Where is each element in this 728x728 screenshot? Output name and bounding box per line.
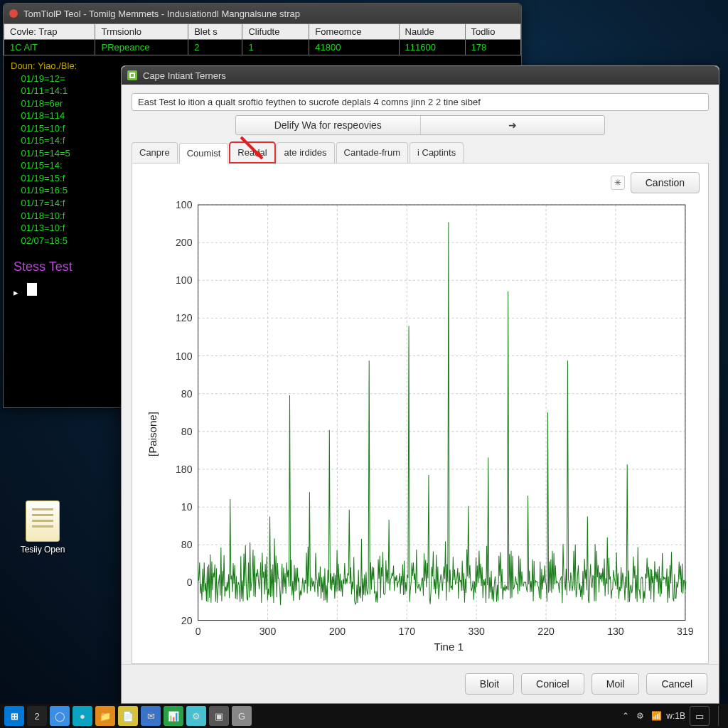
chart-panel: ✳ Canstion 10020010012010080801801080020…	[132, 164, 709, 664]
table-header-row: Covle: Trap Trmsionlo Blet s Clifudte Fo…	[4, 24, 521, 40]
notifications-icon[interactable]: ▭	[690, 706, 710, 726]
bloit-button[interactable]: Bloit	[465, 673, 514, 695]
taskbar-app[interactable]: ▣	[209, 706, 229, 726]
tray-icon[interactable]: 📶	[651, 711, 662, 721]
svg-text:120: 120	[176, 313, 193, 324]
conicel-button[interactable]: Conicel	[521, 673, 584, 695]
tab-coumist[interactable]: Coumist	[179, 143, 229, 164]
svg-text:10: 10	[181, 501, 193, 513]
chart-options-icon[interactable]: ✳	[611, 176, 625, 190]
show-desktop[interactable]	[718, 706, 724, 726]
svg-text:100: 100	[176, 274, 193, 286]
taskbar-app[interactable]: 📁	[95, 706, 115, 726]
svg-text:0: 0	[187, 577, 193, 589]
mode-combo[interactable]: Delify Wa for respeovies ➜	[235, 115, 605, 135]
taskbar-app[interactable]: ◯	[50, 706, 70, 726]
desktop-icon[interactable]: Tesiiy Open	[11, 500, 74, 555]
info-text: East Test lo ition a qualt sroftio feyth…	[132, 93, 709, 111]
tab-cantade-frum[interactable]: Cantade-frum	[336, 142, 408, 163]
terminal-title-text: TomTiolP Teol - Tomilg Memmets - Indusia…	[23, 9, 300, 19]
taskbar-app[interactable]: 📄	[118, 706, 138, 726]
svg-text:170: 170	[399, 626, 416, 637]
taskbar-app[interactable]: 📊	[164, 706, 183, 726]
dialog-window: Cape Intiant Terners East Test lo ition …	[121, 65, 719, 704]
col-h[interactable]: Trmsionlo	[95, 24, 188, 40]
taskbar-app[interactable]: G	[232, 706, 252, 726]
col-h[interactable]: Blet s	[188, 24, 242, 40]
dialog-title-text: Cape Intiant Terners	[143, 70, 226, 81]
system-tray[interactable]: ⌃⚙📶	[622, 711, 662, 721]
col-h[interactable]: Clifudte	[242, 24, 309, 40]
tab-i-captints[interactable]: i Captints	[410, 142, 464, 163]
desktop-icon-label: Tesiiy Open	[21, 545, 65, 555]
svg-text:319: 319	[677, 626, 694, 637]
app-icon	[127, 70, 137, 80]
x-axis-label: Tine 1	[434, 641, 464, 653]
svg-text:0: 0	[196, 626, 201, 637]
log-header: Doun: Yiao./Ble:	[11, 60, 77, 71]
col-h[interactable]: Todlio	[465, 24, 520, 40]
dialog-titlebar[interactable]: Cape Intiant Terners	[122, 66, 719, 85]
tray-icon[interactable]: ⚙	[636, 711, 644, 721]
combo-label: Delify Wa for respeovies	[236, 117, 420, 134]
svg-text:20: 20	[181, 615, 193, 626]
document-icon	[26, 500, 60, 542]
terminal-table: Covle: Trap Trmsionlo Blet s Clifudte Fo…	[4, 23, 521, 55]
svg-text:100: 100	[176, 199, 193, 210]
svg-text:180: 180	[176, 464, 193, 475]
svg-text:100: 100	[176, 350, 193, 362]
taskbar-app[interactable]: ✉	[141, 706, 161, 726]
terminal-titlebar[interactable]: TomTiolP Teol - Tomilg Memmets - Indusia…	[4, 4, 521, 23]
svg-text:80: 80	[181, 539, 193, 550]
dialog-button-row: Bloit Conicel Moil Cancel	[122, 664, 719, 703]
y-axis-label: [Paisone]	[146, 412, 159, 456]
tab-readal[interactable]: Readal	[230, 142, 274, 163]
close-icon[interactable]	[9, 9, 18, 18]
taskbar: ⊞2◯●📁📄✉📊⚙▣G ⌃⚙📶 w:1B ▭	[0, 704, 728, 728]
svg-text:220: 220	[537, 626, 555, 637]
cursor-icon	[27, 283, 37, 296]
col-h[interactable]: Naulde	[399, 24, 465, 40]
tab-bar: CanpreCoumistReadalate irdidesCantade-fr…	[132, 142, 709, 164]
svg-text:200: 200	[176, 237, 193, 248]
taskbar-app[interactable]: 2	[27, 706, 47, 726]
taskbar-clock[interactable]: w:1B	[666, 711, 685, 721]
svg-rect-40	[198, 205, 685, 620]
response-chart: 10020010012010080801801080020 0300200170…	[141, 196, 700, 658]
tab-canpre[interactable]: Canpre	[132, 142, 178, 163]
col-h[interactable]: Covle: Trap	[4, 24, 95, 40]
table-row: 1C AlT PRepeance 2 1 41800 111600 178	[4, 40, 521, 55]
svg-text:80: 80	[181, 388, 193, 400]
svg-text:330: 330	[468, 626, 485, 637]
svg-text:300: 300	[259, 626, 277, 637]
tray-icon[interactable]: ⌃	[622, 711, 629, 721]
chart-action-button[interactable]: Canstion	[631, 172, 700, 193]
col-h[interactable]: Fomeomce	[309, 24, 399, 40]
taskbar-app[interactable]: ⚙	[186, 706, 206, 726]
chevron-right-icon[interactable]: ➜	[420, 116, 605, 134]
start-button[interactable]: ⊞	[4, 706, 24, 726]
tab-ate-irdides[interactable]: ate irdides	[277, 142, 335, 163]
svg-text:130: 130	[607, 626, 624, 637]
svg-text:80: 80	[181, 426, 193, 437]
taskbar-app[interactable]: ●	[73, 706, 92, 726]
svg-text:200: 200	[329, 626, 346, 637]
moil-button[interactable]: Moil	[592, 673, 640, 695]
cancel-button[interactable]: Cancel	[646, 673, 707, 695]
